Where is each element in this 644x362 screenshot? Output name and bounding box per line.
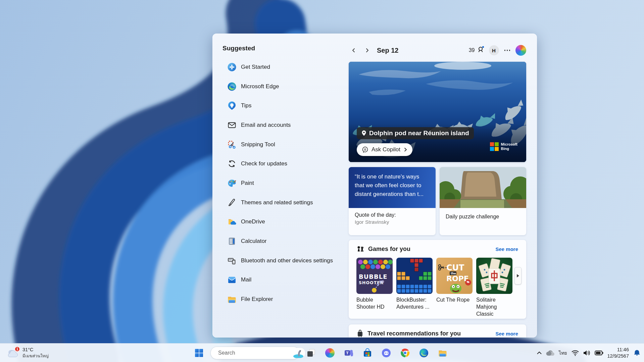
system-tray: ไทย 11:46 12/9/2567: [537, 344, 641, 362]
battery-icon[interactable]: [595, 350, 603, 356]
suggested-app-list: Get Started Microsoft Edge Tips Email an…: [227, 57, 333, 309]
app-item-calculator[interactable]: Calculator: [227, 231, 333, 251]
game-tile-mahjong[interactable]: Solitaire Mahjong Classic: [476, 258, 512, 317]
clock-date: 12/9/2567: [607, 353, 629, 359]
app-label: Snipping Tool: [241, 141, 275, 148]
app-label: Calculator: [241, 238, 267, 245]
puzzle-photo: [440, 167, 526, 208]
mahjong-art: [476, 258, 512, 294]
puzzle-label: Daily puzzle challenge: [440, 209, 526, 220]
file-explorer-icon: [227, 295, 237, 304]
chrome-icon: [400, 348, 410, 358]
travel-title: Travel recommendations for you: [367, 330, 461, 337]
weather-alert-badge: 1: [14, 346, 20, 352]
app-label: File Explorer: [241, 296, 273, 303]
calculator-icon: [227, 237, 237, 246]
bing-attribution: MicrosoftBing: [490, 142, 517, 151]
chrome-button[interactable]: [398, 346, 412, 360]
quote-label: Quote of the day:: [355, 212, 430, 218]
games-next-button[interactable]: [514, 267, 522, 285]
hero-card[interactable]: Dolphin pod near Réunion island Ask Copi…: [349, 62, 526, 162]
game-tile-cut-the-rope[interactable]: CUT the ROPE Cut The Rope: [436, 258, 473, 317]
quote-banner: “It is one of nature's ways that we ofte…: [349, 167, 436, 208]
app-item-bluetooth-devices[interactable]: Bluetooth and other devices settings: [227, 251, 333, 270]
app-item-check-updates[interactable]: Check for updates: [227, 154, 333, 173]
game-label: Bubble Shooter HD: [356, 297, 393, 311]
game-label: Solitaire Mahjong Classic: [476, 297, 512, 317]
widgets-panel: Suggested Get Started Microsoft Edge Tip…: [212, 34, 537, 338]
app-item-tips[interactable]: Tips: [227, 96, 333, 115]
app-item-file-explorer[interactable]: File Explorer: [227, 290, 333, 309]
games-see-more-link[interactable]: See more: [495, 246, 518, 252]
notification-bell-icon[interactable]: [633, 349, 641, 357]
game-tile-bubble-shooter[interactable]: BUBBLE SHOOTER HD Bubble Shooter HD: [356, 258, 393, 317]
app-item-mail[interactable]: Mail: [227, 270, 333, 290]
file-explorer-icon: [438, 348, 447, 358]
game-tile-blockbuster[interactable]: BlockBuster: Adventures ...: [396, 258, 433, 317]
teams-button[interactable]: T: [341, 346, 356, 360]
rewards-icon[interactable]: [477, 46, 485, 55]
header-date: Sep 12: [377, 47, 398, 54]
discord-button[interactable]: [379, 346, 394, 360]
app-item-paint[interactable]: Paint: [227, 173, 333, 193]
edge-icon: [227, 82, 237, 91]
app-item-snipping-tool[interactable]: Snipping Tool: [227, 135, 333, 154]
widgets-header: Sep 12 39 H: [349, 43, 526, 58]
weather-widget[interactable]: 1 31°C มีเมฆส่วนใหญ่: [5, 346, 51, 360]
volume-icon[interactable]: [583, 350, 591, 356]
app-item-email-accounts[interactable]: Email and accounts: [227, 115, 333, 135]
app-item-onedrive[interactable]: OneDrive: [227, 212, 333, 232]
more-options-icon[interactable]: [503, 50, 511, 51]
app-item-get-started[interactable]: Get Started: [227, 57, 333, 77]
account-avatar[interactable]: H: [489, 45, 499, 55]
chevron-right-icon: [364, 48, 370, 53]
puzzle-card[interactable]: Daily puzzle challenge: [440, 167, 526, 235]
app-label: Themes and related settings: [241, 199, 313, 206]
wifi-icon[interactable]: [571, 350, 579, 356]
games-card: Games for you See more BUBBLE SHOOTER HD: [349, 240, 526, 319]
tray-chevron-up-icon[interactable]: [537, 351, 542, 355]
themes-icon: [227, 198, 237, 207]
microsoft-store-button[interactable]: [360, 346, 375, 360]
weather-temp: 31°C: [22, 347, 49, 353]
svg-text:HD: HD: [380, 280, 384, 283]
ask-copilot-button[interactable]: Ask Copilot: [357, 143, 412, 156]
teams-icon: T: [344, 348, 353, 358]
start-button[interactable]: [192, 346, 206, 360]
app-item-microsoft-edge[interactable]: Microsoft Edge: [227, 77, 333, 96]
language-indicator[interactable]: ไทย: [558, 349, 567, 357]
paint-icon: [227, 178, 237, 188]
app-label: Mail: [241, 276, 251, 283]
onedrive-tray-icon[interactable]: [546, 350, 554, 356]
taskbar-search-box[interactable]: [210, 347, 300, 359]
store-icon: [363, 348, 372, 358]
game-label: BlockBuster: Adventures ...: [396, 297, 433, 311]
games-title: Games for you: [368, 246, 410, 253]
app-item-themes[interactable]: Themes and related settings: [227, 193, 333, 212]
widgets-column: Sep 12 39 H: [349, 34, 526, 338]
chevron-left-icon: [351, 48, 356, 53]
copilot-icon[interactable]: [515, 45, 526, 56]
edge-button[interactable]: [416, 346, 431, 360]
location-pin-icon: [361, 130, 366, 136]
travel-see-more-link[interactable]: See more: [495, 331, 518, 337]
chevron-right-icon: [403, 147, 407, 152]
search-input[interactable]: [218, 350, 288, 356]
file-explorer-button[interactable]: [435, 346, 450, 360]
svg-text:T: T: [346, 351, 349, 355]
app-label: Email and accounts: [241, 122, 291, 128]
copilot-taskbar-button[interactable]: [323, 346, 337, 360]
next-day-button[interactable]: [362, 45, 372, 55]
quote-card[interactable]: “It is one of nature's ways that we ofte…: [349, 167, 436, 235]
prev-day-button[interactable]: [349, 45, 359, 55]
windows-logo-icon: [195, 349, 203, 357]
search-daily-image[interactable]: [290, 348, 305, 358]
taskbar-center: T: [192, 344, 450, 362]
onedrive-icon: [227, 217, 237, 226]
suggested-section: Suggested Get Started Microsoft Edge Tip…: [212, 34, 349, 338]
task-view-button[interactable]: [304, 346, 318, 360]
clock[interactable]: 11:46 12/9/2567: [607, 347, 629, 359]
get-started-icon: [227, 62, 237, 72]
clock-time: 11:46: [607, 347, 629, 353]
bluetooth-devices-icon: [227, 256, 237, 265]
